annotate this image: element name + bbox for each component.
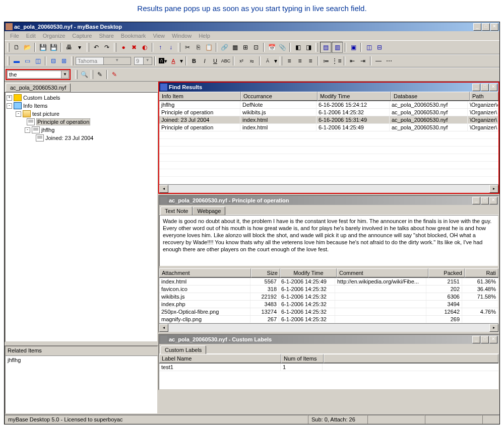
col-ratio[interactable]: Rati	[465, 268, 498, 277]
view2-button[interactable]: ▭	[22, 56, 32, 66]
print-button[interactable]: 🖶	[64, 42, 74, 52]
search-combo[interactable]: ▼	[7, 70, 69, 79]
tree-item[interactable]: Custom Labels	[23, 95, 60, 101]
outdent-button[interactable]: ⇤	[347, 56, 357, 66]
col-modify-time[interactable]: Modify Time	[318, 92, 391, 101]
hr2-button[interactable]: ⋯	[384, 56, 394, 66]
h-scrollbar[interactable]: ◂▸	[159, 323, 498, 332]
col-path[interactable]: Path	[470, 92, 498, 101]
tab-labels[interactable]: Custom Labels	[160, 345, 206, 354]
grip-icon[interactable]	[178, 43, 180, 52]
find-row[interactable]: jhflhgDefNote6-16-2006 15:24:12ac_pola_2…	[159, 101, 498, 109]
maximize-button[interactable]: □	[482, 23, 490, 31]
date-button[interactable]: 📅	[267, 42, 277, 52]
layout2-button[interactable]: ▥	[332, 42, 343, 53]
bold-button[interactable]: B	[189, 56, 199, 66]
bgcolor-button[interactable]: 🅰▾	[158, 56, 168, 66]
labels-grid[interactable]: Label Name Num of Items test1 1	[159, 354, 498, 389]
saveall-button[interactable]: 💾	[48, 42, 58, 52]
find-grid[interactable]: Info Item Occurrance Modify Time Databas…	[159, 92, 498, 184]
tree-item[interactable]: jhflhg	[41, 127, 54, 133]
view4-button[interactable]: ⊟	[48, 56, 58, 66]
case-button[interactable]: Ā	[263, 56, 273, 66]
table-button[interactable]: ▦	[230, 42, 240, 52]
col-database[interactable]: Database	[391, 92, 470, 101]
h-scrollbar[interactable]: ◂▸	[159, 184, 498, 193]
ins2-button[interactable]: ⊡	[251, 42, 261, 52]
font-size-combo[interactable]: 9▼	[134, 57, 152, 65]
menu-bookmark[interactable]: Bookmark	[117, 32, 150, 40]
align-left-button[interactable]: ≡	[284, 56, 294, 66]
undo-button[interactable]: ↶	[91, 42, 101, 52]
save-button[interactable]: 💾	[38, 42, 48, 52]
tree-item[interactable]: test picture	[32, 111, 59, 117]
list-num-button[interactable]: ≔	[321, 56, 331, 66]
highlight-button[interactable]: ✎	[95, 69, 105, 80]
attach-row[interactable]: favicon.ico3186-1-2006 14:25:3220236.48%	[159, 286, 498, 293]
find-button[interactable]: 🔍	[79, 69, 89, 80]
grip-icon[interactable]	[7, 56, 10, 65]
view5-button[interactable]: ⊞	[59, 56, 69, 66]
align-right-button[interactable]: ≡	[305, 56, 316, 66]
align-center-button[interactable]: ≡	[295, 56, 305, 66]
grip-icon[interactable]	[75, 70, 78, 79]
tree-item[interactable]: Info Items	[23, 103, 47, 109]
col-info-item[interactable]: Info Item	[159, 92, 241, 101]
hr-button[interactable]: —	[373, 56, 384, 66]
node-child-button[interactable]: ◐	[140, 42, 150, 52]
grip-icon[interactable]	[87, 43, 89, 52]
indent-button[interactable]: ⇥	[358, 56, 368, 66]
layout4-button[interactable]: ◫	[364, 42, 374, 52]
attach-row[interactable]: 250px-Optical-fibre.png132746-1-2006 14:…	[159, 308, 498, 316]
tab-webpage[interactable]: Webpage	[193, 206, 225, 215]
fontcolor-button[interactable]: A	[168, 56, 178, 66]
move-down-button[interactable]: ↓	[166, 42, 176, 52]
underline-button[interactable]: U	[210, 56, 220, 66]
font-family-combo[interactable]: Tahoma▼	[76, 57, 131, 65]
col-attachment[interactable]: Attachment	[159, 268, 251, 277]
grip-icon[interactable]	[7, 43, 10, 52]
attach-row[interactable]: magnify-clip.png2676-1-2006 14:25:32269	[159, 316, 498, 323]
minimize-button[interactable]: _	[473, 23, 481, 31]
clear-highlight-button[interactable]: ✎	[109, 69, 119, 80]
tree-item[interactable]: Joined: 23 Jul 2004	[45, 135, 93, 141]
labels-titlebar[interactable]: ac_pola_20060530.nyf - Custom Labels _ □…	[159, 335, 498, 344]
grip-icon[interactable]	[91, 70, 93, 79]
close-button[interactable]: ✕	[489, 84, 497, 91]
copy-button[interactable]: ⎘	[193, 42, 203, 52]
tab-textnote[interactable]: Text Note	[160, 206, 193, 215]
attachment-grid[interactable]: Attachment Size Modify Time Comment Pack…	[159, 268, 498, 323]
link-button[interactable]: 🔗	[219, 42, 229, 52]
sub-button[interactable]: x₂	[247, 56, 257, 66]
maximize-button[interactable]: □	[481, 84, 489, 91]
close-button[interactable]: ✕	[490, 23, 498, 31]
print-dd-button[interactable]: ▾	[75, 42, 85, 52]
redo-button[interactable]: ↷	[102, 42, 112, 52]
grip-icon[interactable]	[280, 56, 282, 65]
menu-edit[interactable]: Edit	[23, 32, 39, 40]
find-row[interactable]: Principle of operationindex.html6-1-2006…	[159, 124, 498, 131]
minimize-button[interactable]: _	[472, 197, 480, 204]
minimize-button[interactable]: _	[472, 336, 480, 343]
search-input[interactable]	[8, 71, 61, 78]
tree-item-selected[interactable]: Principle of operation	[36, 118, 90, 125]
attach-row[interactable]: index.html55676-1-2006 14:25:49http://en…	[159, 278, 498, 286]
find-titlebar[interactable]: Find Results _ □ ✕	[159, 83, 498, 92]
menu-view[interactable]: View	[149, 32, 168, 40]
grip-icon[interactable]	[71, 56, 74, 65]
close-button[interactable]: ✕	[489, 197, 497, 204]
attach-button[interactable]: 📎	[277, 42, 287, 52]
col-comment[interactable]: Comment	[337, 268, 428, 277]
col-labelname[interactable]: Label Name	[159, 354, 281, 363]
minimize-button[interactable]: _	[472, 84, 480, 91]
close-button[interactable]: ✕	[489, 336, 497, 343]
tree-view[interactable]: +Custom Labels -Info Items -test picture…	[5, 92, 158, 342]
find-row[interactable]: Joined: 23 Jul 2004index.html6-16-2006 1…	[159, 116, 498, 124]
extra1-button[interactable]: ◧	[293, 42, 303, 52]
main-titlebar[interactable]: ac_pola_20060530.nyf - myBase Desktop _ …	[5, 22, 499, 31]
col-modifytime[interactable]: Modify Time	[280, 268, 337, 277]
strike-button[interactable]: ABC	[221, 56, 231, 66]
sup-button[interactable]: x²	[236, 56, 246, 66]
grip-icon[interactable]	[316, 43, 318, 52]
attach-row[interactable]: index.php34836-1-2006 14:25:323494	[159, 301, 498, 308]
